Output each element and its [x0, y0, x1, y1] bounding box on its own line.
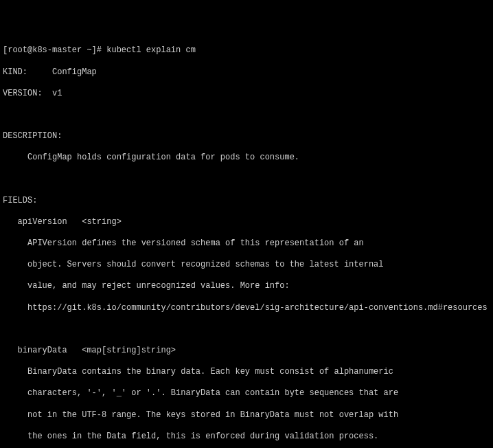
terminal-line-field-text: BinaryData contains the binary data. Eac…: [3, 367, 393, 377]
terminal-line-field-text: value, and may reject unrecognized value…: [3, 281, 290, 291]
terminal-line-field-text: not in the UTF-8 range. The keys stored …: [3, 410, 398, 420]
terminal-line-desc-header: DESCRIPTION:: [3, 131, 62, 141]
terminal-line-field-title: binaryData <map[string]string>: [3, 346, 176, 355]
terminal-line-field-text: the ones in the Data field, this is enfo…: [3, 432, 378, 441]
terminal-line-field-text: https://git.k8s.io/community/contributor…: [3, 303, 488, 313]
terminal-line-field-text: characters, '-', '_' or '.'. BinaryData …: [3, 388, 398, 398]
terminal-line-fields-header: FIELDS:: [3, 196, 37, 205]
terminal-line-field-text: object. Servers should convert recognize…: [3, 260, 384, 269]
terminal-line-field-text: APIVersion defines the versioned schema …: [3, 238, 364, 248]
terminal-line-prompt: [root@k8s-master ~]# kubectl explain cm: [3, 45, 196, 55]
terminal-line-kind: KIND: ConfigMap: [3, 67, 97, 77]
terminal-line-version: VERSION: v1: [3, 89, 62, 98]
terminal-line-desc-text: ConfigMap holds configuration data for p…: [3, 153, 299, 162]
terminal-line-field-title: apiVersion <string>: [3, 217, 122, 227]
